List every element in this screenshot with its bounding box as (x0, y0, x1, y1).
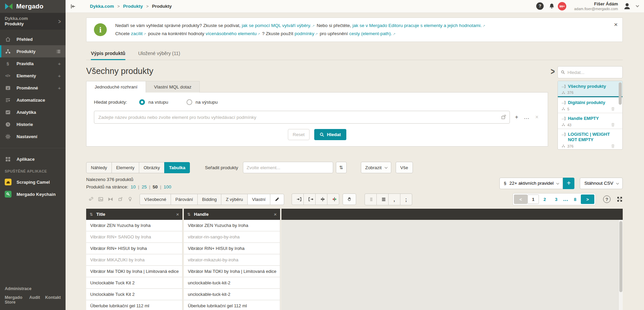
compact-rows-button[interactable] (365, 193, 377, 205)
notifications-badge[interactable]: 99+ (558, 2, 566, 10)
per-page-100[interactable]: 100 (164, 185, 171, 189)
sidebar-item-automatizace[interactable]: Automatizace (0, 94, 66, 106)
category-z-vyberu-button[interactable]: Z výběru (221, 194, 248, 205)
prev-page-button[interactable]: < (514, 195, 527, 204)
insert-diff-button[interactable] (327, 193, 339, 205)
sort-direction-button[interactable]: ⇅ (336, 162, 347, 173)
cell-title[interactable]: Vibrátor Mai TOKI by Iroha | Limitovaná … (86, 266, 182, 277)
sidebar-item-nastaveni[interactable]: Nastavení (0, 130, 66, 143)
selection-handle-empty[interactable]: →]Handle EMPTY 43 (558, 113, 622, 129)
cell-handle[interactable]: Vibrátor RIN+ HISUI by Iroha (184, 243, 280, 254)
show-all-button[interactable]: Vše (396, 162, 413, 173)
radio-na-vstupu[interactable]: na vstupu (136, 99, 168, 105)
cell-title[interactable]: Vibrátor RIN+ HISUI by Iroha (86, 243, 182, 254)
radio-na-vystupu[interactable]: na výstupu (183, 99, 218, 105)
collapse-selections-icon[interactable]: > (551, 66, 555, 77)
edit-pencil-button[interactable] (270, 194, 284, 205)
help-icon[interactable]: ? (536, 2, 544, 10)
cell-title[interactable]: Vibrátor MIKAZUKI by Iroha (86, 254, 182, 266)
sidebar-item-pravidla[interactable]: § Pravidla + (0, 57, 66, 70)
category-bidding-button[interactable]: Bidding (197, 194, 221, 205)
next-page-button[interactable]: > (581, 195, 594, 204)
sort-column-icon[interactable]: ⇅ (187, 212, 191, 217)
cell-handle[interactable]: Vibrátor ZEN Yuzucha by Iroha (184, 220, 280, 231)
banner-link-editor-elementy[interactable]: jak se v Mergado Editoru pracuje s eleme… (352, 23, 482, 28)
tab-vypis-produktu[interactable]: Výpis produktů (91, 51, 125, 60)
view-elementy-button[interactable]: Elementy (112, 162, 139, 173)
import-before-button[interactable] (292, 193, 304, 205)
search-button[interactable]: Hledat (314, 129, 346, 140)
product-query-input[interactable] (94, 111, 510, 124)
table-row[interactable]: Vibrátor RIN+ HISUI by Iroha Vibrátor RI… (86, 243, 623, 254)
drag-hand-button[interactable] (343, 193, 356, 205)
cell-title[interactable]: Überlube lubrikační gel 112 ml (86, 300, 182, 310)
selections-scrollbar[interactable] (619, 82, 622, 105)
tab-jednoduche-rozhrani[interactable]: Jednoduché rozhraní (86, 81, 146, 93)
lightbulb-icon[interactable] (127, 197, 133, 202)
table-row[interactable]: Unclockable Tuck Kit 2 unclockable-tuck-… (86, 289, 623, 300)
category-vseobecne-button[interactable]: Všeobecné (140, 194, 171, 205)
table-row[interactable]: Vibrátor MIKAZUKI by Iroha vibrator-mika… (86, 254, 623, 266)
semicolon-separator-button[interactable]: ; (400, 193, 412, 205)
table-row[interactable]: Unclockable Tuck Kit 2 unclockable-tuck-… (86, 277, 623, 289)
avatar-icon[interactable] (623, 2, 631, 10)
remove-column-icon[interactable]: × (274, 211, 277, 217)
tab-ulozene-vybery[interactable]: Uložené výběry (11) (138, 51, 180, 60)
per-page-50-current[interactable]: 50 (153, 185, 158, 189)
remove-column-icon[interactable]: × (176, 211, 179, 217)
per-page-10[interactable]: 10 (131, 185, 136, 189)
export-after-button[interactable] (303, 193, 316, 205)
page-2-button[interactable]: 2 (539, 195, 550, 204)
table-row[interactable]: Vibrátor ZEN Yuzucha by Iroha Vibrátor Z… (86, 220, 623, 231)
view-obrazky-button[interactable]: Obrázky (139, 162, 165, 173)
footer-link-mergado-store[interactable]: Mergado Store (5, 295, 24, 305)
add-element-icon[interactable]: + (58, 73, 61, 79)
banner-link-vicenasobny-element[interactable]: vícenásobného elementu (206, 31, 257, 36)
puzzle-gear-icon[interactable] (500, 114, 506, 120)
add-rule-icon[interactable]: + (58, 61, 61, 67)
tab-vlastni-mql-dotaz[interactable]: Vlastní MQL dotaz (146, 81, 200, 93)
clear-query-icon[interactable]: × (534, 114, 540, 121)
banner-link-podminky[interactable]: podmínky (295, 31, 315, 36)
workspace-switcher[interactable]: Dykka.com Produkty > (0, 13, 66, 30)
cell-title[interactable]: Vibrátor ZEN Yuzucha by Iroha (86, 220, 182, 231)
user-menu-caret-icon[interactable] (636, 4, 639, 7)
sidebar-item-prehled[interactable]: Přehled (0, 33, 66, 45)
selection-logistic-weight[interactable]: →]LOGISTIC | WEIGHT NOT EMPTY 376 (558, 129, 622, 150)
fullscreen-icon[interactable] (617, 196, 623, 202)
selections-search-input[interactable] (567, 70, 619, 75)
selection-vsechny-produkty[interactable]: →]Všechny produkty 376 (558, 81, 622, 97)
cell-title[interactable]: Unclockable Tuck Kit 2 (86, 277, 182, 289)
banner-close-icon[interactable]: × (614, 21, 618, 28)
image-icon[interactable] (98, 197, 103, 202)
table-row[interactable]: Überlube lubrikační gel 112 ml Überlube … (86, 300, 623, 310)
breadcrumb-item-shop[interactable]: Dykka.com (90, 4, 114, 9)
cell-handle[interactable]: unclockable-tuck-kit-2 (184, 289, 280, 300)
view-tabulka-button[interactable]: Tabulka (164, 162, 190, 173)
sidebar-app-mergado-keychain[interactable]: Mergado Keychain (0, 188, 66, 200)
cell-title[interactable]: Vibrátor RIN+ SANGO by Iroha (86, 231, 182, 243)
table-scrollbar[interactable] (618, 220, 623, 310)
comma-separator-button[interactable]: , (388, 193, 400, 205)
add-rule-button[interactable]: + (563, 178, 574, 189)
sidebar-app-scraping-camel[interactable]: Scraping Camel (0, 176, 66, 188)
selection-digitalni-produkty[interactable]: →]Digitální produkty 5 (558, 97, 622, 113)
table-scrollbar-thumb[interactable] (619, 221, 622, 292)
table-row[interactable]: Vibrátor RIN+ SANGO by Iroha vibrator-ri… (86, 231, 623, 243)
display-dropdown-button[interactable]: Zobrazit (361, 162, 391, 173)
footer-link-kontakt[interactable]: Kontakt (45, 295, 61, 305)
notifications-bell-icon[interactable] (549, 3, 555, 9)
user-menu[interactable]: Fišer Ádám adam.fiser@mergado.com (574, 2, 618, 11)
per-page-25[interactable]: 25 (142, 185, 147, 189)
mergado-logo[interactable]: Mergado (0, 0, 66, 13)
category-vlastni-button[interactable]: Vlastní (247, 194, 270, 205)
add-variable-icon[interactable]: + (58, 85, 61, 91)
page-8-button[interactable]: 8 (569, 195, 581, 204)
banner-link-zacilit[interactable]: zacílit (131, 31, 143, 36)
delete-selection-icon[interactable] (611, 144, 615, 148)
puzzle-gear-icon[interactable] (118, 197, 123, 202)
mergado-m-icon[interactable] (108, 197, 113, 202)
active-rules-dropdown[interactable]: § 22+ aktivních pravidel (499, 178, 563, 189)
cell-handle[interactable]: vibrator-rin-sango-by-iroha (184, 231, 280, 243)
banner-link-mql-vybery[interactable]: jak se pomocí MQL vytváří výběry. (242, 23, 311, 28)
